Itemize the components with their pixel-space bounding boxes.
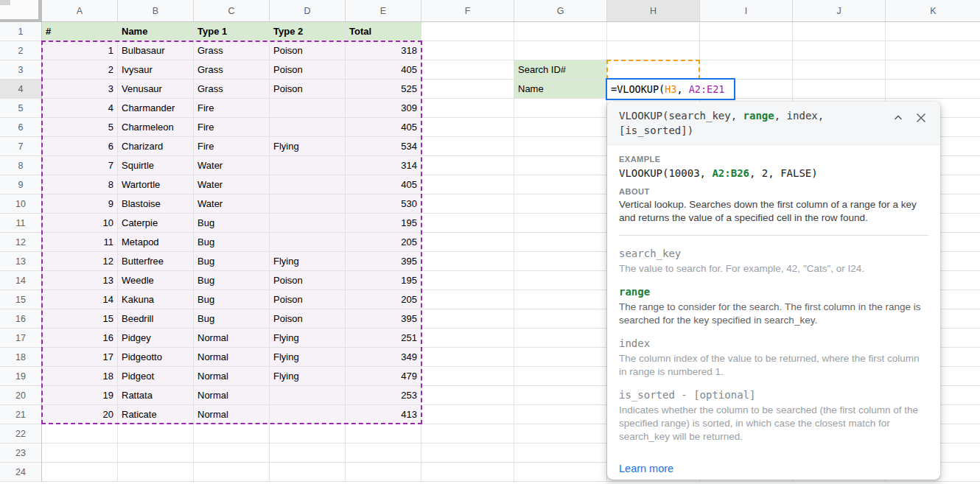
cell-A5[interactable]: 4 — [42, 99, 118, 118]
cell-C14[interactable]: Bug — [194, 271, 270, 290]
cell-B22[interactable] — [118, 424, 194, 443]
cell-D19[interactable]: Flying — [270, 367, 346, 386]
cell-F2[interactable] — [421, 41, 514, 60]
cell-C22[interactable] — [194, 424, 270, 443]
row-header-1[interactable]: 1 — [0, 22, 41, 41]
cell-F21[interactable] — [421, 405, 514, 424]
cell-E12[interactable]: 205 — [346, 233, 421, 252]
cell-B17[interactable]: Pidgey — [118, 329, 194, 348]
cell-D23[interactable] — [270, 443, 346, 463]
cell-C4[interactable]: Grass — [194, 80, 270, 99]
cell-C23[interactable] — [194, 443, 270, 463]
cell-E7[interactable]: 534 — [346, 137, 421, 156]
cell-C20[interactable]: Normal — [194, 386, 270, 405]
row-header-6[interactable]: 6 — [0, 118, 41, 137]
cell-A13[interactable]: 12 — [42, 252, 118, 271]
cell-F18[interactable] — [421, 348, 514, 367]
cell-F8[interactable] — [421, 156, 514, 175]
cell-F1[interactable] — [421, 22, 514, 41]
cell-F12[interactable] — [421, 233, 514, 252]
cell-G14[interactable] — [514, 271, 607, 290]
cell-F23[interactable] — [421, 443, 514, 463]
cell-D15[interactable]: Poison — [270, 290, 346, 309]
cell-F19[interactable] — [421, 367, 514, 386]
cell-C3[interactable]: Grass — [194, 60, 270, 80]
cell-D6[interactable] — [270, 118, 346, 137]
cell-F24[interactable] — [421, 463, 514, 482]
cell-A1[interactable]: # — [42, 22, 118, 41]
row-header-13[interactable]: 13 — [0, 252, 41, 271]
cell-F14[interactable] — [421, 271, 514, 290]
cell-B1[interactable]: Name — [118, 22, 194, 41]
cell-A12[interactable]: 11 — [42, 233, 118, 252]
cell-G5[interactable] — [514, 99, 607, 118]
cell-G24[interactable] — [514, 463, 607, 482]
cell-G17[interactable] — [514, 329, 607, 348]
row-header-11[interactable]: 11 — [0, 214, 41, 233]
column-header-F[interactable]: F — [421, 0, 514, 21]
cell-J3[interactable] — [793, 60, 886, 80]
column-header-I[interactable]: I — [700, 0, 793, 21]
column-header-K[interactable]: K — [886, 0, 980, 21]
cell-D21[interactable] — [270, 405, 346, 424]
cell-B19[interactable]: Pidgeot — [118, 367, 194, 386]
cell-F6[interactable] — [421, 118, 514, 137]
row-header-4[interactable]: 4 — [0, 80, 41, 99]
select-all-corner[interactable] — [0, 0, 42, 22]
row-header-21[interactable]: 21 — [0, 405, 41, 424]
cell-F4[interactable] — [421, 80, 514, 99]
cell-A11[interactable]: 10 — [42, 214, 118, 233]
cell-E18[interactable]: 349 — [346, 348, 421, 367]
cell-K2[interactable] — [886, 41, 980, 60]
cell-F9[interactable] — [421, 175, 514, 194]
cell-A20[interactable]: 19 — [42, 386, 118, 405]
column-header-G[interactable]: G — [514, 0, 607, 21]
cell-F7[interactable] — [421, 137, 514, 156]
column-header-E[interactable]: E — [346, 0, 421, 21]
cell-D24[interactable] — [270, 463, 346, 482]
cell-G4[interactable]: Name — [514, 80, 607, 99]
cell-D12[interactable] — [270, 233, 346, 252]
cell-E13[interactable]: 395 — [346, 252, 421, 271]
column-header-C[interactable]: C — [194, 0, 270, 21]
cell-F3[interactable] — [421, 60, 514, 80]
cell-E23[interactable] — [346, 443, 421, 463]
cell-E3[interactable]: 405 — [346, 60, 421, 80]
cell-B3[interactable]: Ivysaur — [118, 60, 194, 80]
cell-C24[interactable] — [194, 463, 270, 482]
cell-G3[interactable]: Search ID# — [514, 60, 607, 80]
cell-K3[interactable] — [886, 60, 980, 80]
cell-C19[interactable]: Normal — [194, 367, 270, 386]
cell-E4[interactable]: 525 — [346, 80, 421, 99]
cell-C11[interactable]: Bug — [194, 214, 270, 233]
cell-B18[interactable]: Pidgeotto — [118, 348, 194, 367]
row-header-23[interactable]: 23 — [0, 443, 41, 463]
cell-I3[interactable] — [700, 60, 793, 80]
row-header-16[interactable]: 16 — [0, 309, 41, 329]
cell-B5[interactable]: Charmander — [118, 99, 194, 118]
cell-D4[interactable]: Poison — [270, 80, 346, 99]
cell-A9[interactable]: 8 — [42, 175, 118, 194]
column-header-D[interactable]: D — [270, 0, 346, 21]
cell-A4[interactable]: 3 — [42, 80, 118, 99]
cell-D14[interactable]: Poison — [270, 271, 346, 290]
cell-C6[interactable]: Fire — [194, 118, 270, 137]
formula-editor[interactable]: =VLOOKUP(H3, A2:E21 — [606, 78, 735, 100]
cell-B7[interactable]: Charizard — [118, 137, 194, 156]
cell-G1[interactable] — [514, 22, 607, 41]
cell-G21[interactable] — [514, 405, 607, 424]
cell-J4[interactable] — [793, 80, 886, 99]
cell-F16[interactable] — [421, 309, 514, 329]
cell-C2[interactable]: Grass — [194, 41, 270, 60]
cell-D16[interactable]: Poison — [270, 309, 346, 329]
cell-A24[interactable] — [42, 463, 118, 482]
cell-B12[interactable]: Metapod — [118, 233, 194, 252]
cell-H1[interactable] — [607, 22, 700, 41]
learn-more-link[interactable]: Learn more — [619, 463, 673, 474]
cell-C13[interactable]: Bug — [194, 252, 270, 271]
cell-A23[interactable] — [42, 443, 118, 463]
cell-B10[interactable]: Blastoise — [118, 194, 194, 214]
row-header-15[interactable]: 15 — [0, 290, 41, 309]
cell-A2[interactable]: 1 — [42, 41, 118, 60]
cell-B24[interactable] — [118, 463, 194, 482]
